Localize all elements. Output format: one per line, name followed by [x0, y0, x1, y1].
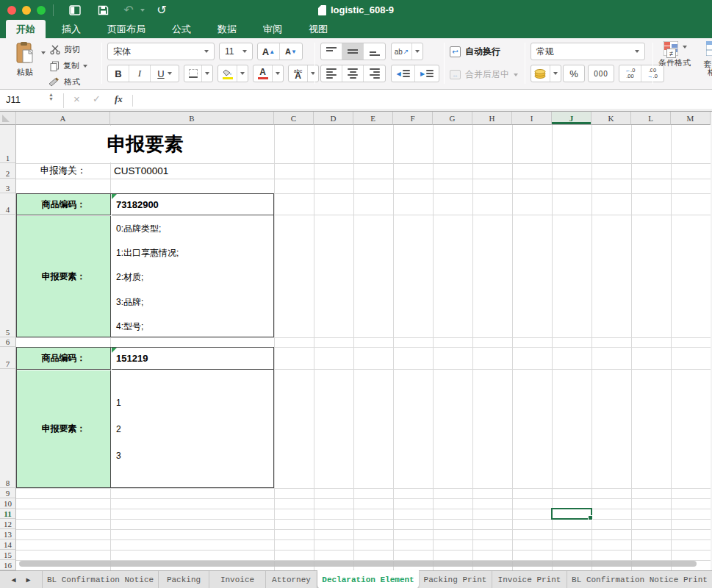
- ribbon-tab-insert[interactable]: 插入: [51, 20, 91, 38]
- name-box[interactable]: J11: [6, 94, 48, 105]
- phonetic-caret-icon[interactable]: [308, 65, 318, 82]
- name-box-spinner[interactable]: ▲▼: [48, 93, 54, 101]
- sheet-tab-declaration-element[interactable]: Declaration Element: [317, 570, 419, 588]
- sheet-title-cell[interactable]: 申报要素: [17, 126, 273, 162]
- next-sheet-icon[interactable]: ▶: [26, 576, 31, 584]
- font-color-button[interactable]: A: [253, 65, 273, 82]
- row-header-4[interactable]: 4: [0, 193, 16, 215]
- selected-cell-J11[interactable]: [551, 508, 592, 520]
- number-format-select[interactable]: 常规: [531, 43, 645, 60]
- orientation-caret-icon[interactable]: [412, 43, 422, 60]
- col-header-G[interactable]: G: [433, 112, 472, 125]
- ribbon-tab-formulas[interactable]: 公式: [162, 20, 201, 38]
- paste-caret-icon[interactable]: [41, 51, 46, 54]
- format-painter-button[interactable]: 格式: [48, 76, 80, 87]
- formula-input[interactable]: [140, 94, 706, 107]
- horizontal-scrollbar[interactable]: [19, 561, 697, 567]
- row-header-5[interactable]: 5: [0, 215, 16, 337]
- increase-indent-button[interactable]: ▶: [415, 65, 439, 82]
- align-center-button[interactable]: [342, 65, 364, 82]
- sheet-tab-packing-print[interactable]: Packing Print: [419, 571, 492, 588]
- ribbon-tab-home[interactable]: 开始: [6, 20, 46, 38]
- ribbon-tab-page-layout[interactable]: 页面布局: [97, 20, 156, 38]
- row-header-9[interactable]: 9: [0, 488, 16, 498]
- font-name-select[interactable]: 宋体: [107, 43, 215, 60]
- elements-value-cell-2[interactable]: 1 2 3: [112, 370, 273, 487]
- row-header-7[interactable]: 7: [0, 347, 16, 369]
- save-icon[interactable]: [93, 3, 112, 18]
- decrease-indent-button[interactable]: ◀: [392, 65, 415, 82]
- bold-button[interactable]: B: [108, 65, 129, 82]
- align-bottom-button[interactable]: [364, 43, 385, 60]
- row-header-11[interactable]: 11: [0, 509, 16, 519]
- sheet-tab-bl-confirmation-notice[interactable]: BL Confirmation Notice: [43, 571, 159, 588]
- row-header-13[interactable]: 13: [0, 529, 16, 539]
- customs-value-cell[interactable]: CUST00001: [111, 164, 273, 178]
- elements-label-cell-2[interactable]: 申报要素：: [17, 370, 111, 487]
- insert-function-icon[interactable]: fx: [115, 93, 123, 105]
- comma-style-button[interactable]: 000: [588, 65, 614, 82]
- paste-button[interactable]: 粘贴: [7, 41, 43, 78]
- col-header-C[interactable]: C: [274, 112, 314, 125]
- close-button[interactable]: [7, 6, 16, 15]
- col-header-M[interactable]: M: [671, 112, 711, 125]
- col-header-K[interactable]: K: [591, 112, 631, 125]
- borders-caret-icon[interactable]: [202, 65, 212, 82]
- row-header-16[interactable]: 16: [0, 560, 16, 570]
- code-label-cell-2[interactable]: 商品编码：: [17, 348, 111, 370]
- copy-caret-icon[interactable]: [83, 65, 87, 68]
- currency-button[interactable]: [531, 65, 550, 82]
- zoom-button[interactable]: [37, 6, 46, 15]
- elements-value-cell-1[interactable]: 0:品牌类型; 1:出口享惠情况; 2:材质; 3:品牌; 4:型号;: [112, 216, 273, 337]
- wrap-text-button[interactable]: ↩ 自动换行: [450, 46, 500, 58]
- redo-icon[interactable]: ↺: [152, 3, 171, 18]
- ribbon-tab-review[interactable]: 审阅: [253, 20, 292, 38]
- text-orientation-button[interactable]: ab↗: [392, 43, 412, 60]
- decrease-font-button[interactable]: A▼: [280, 43, 302, 60]
- phonetic-button[interactable]: abc A: [289, 65, 308, 82]
- prev-sheet-icon[interactable]: ◀: [11, 576, 15, 584]
- ribbon-tab-view[interactable]: 视图: [298, 20, 338, 38]
- font-size-select[interactable]: 11: [219, 43, 253, 60]
- code-value-cell-1[interactable]: 73182900: [112, 194, 273, 215]
- row-header-8[interactable]: 8: [0, 369, 16, 488]
- col-header-A[interactable]: A: [16, 112, 110, 125]
- col-header-E[interactable]: E: [353, 112, 393, 125]
- minimize-button[interactable]: [22, 6, 31, 15]
- cancel-icon[interactable]: ×: [73, 93, 80, 105]
- sheet-tab-invoice[interactable]: Invoice: [209, 571, 266, 588]
- fill-color-caret-icon[interactable]: [237, 65, 248, 82]
- col-header-B[interactable]: B: [110, 112, 274, 125]
- align-top-button[interactable]: [321, 43, 342, 60]
- borders-button[interactable]: [184, 65, 202, 82]
- col-header-J[interactable]: J: [552, 112, 591, 125]
- row-header-2[interactable]: 2: [0, 163, 16, 179]
- row-header-6[interactable]: 6: [0, 337, 16, 347]
- align-right-button[interactable]: [364, 65, 385, 82]
- fill-color-button[interactable]: [218, 65, 237, 82]
- row-header-1[interactable]: 1: [0, 125, 16, 163]
- undo-caret-icon[interactable]: [140, 9, 145, 12]
- cut-button[interactable]: 剪切: [50, 44, 80, 55]
- code-value-cell-2[interactable]: 151219: [112, 348, 273, 370]
- code-label-cell-1[interactable]: 商品编码：: [17, 194, 111, 215]
- sheet-tab-bl-confirmation-notice-print[interactable]: BL Confirmation Notice Print: [567, 571, 712, 588]
- row-header-12[interactable]: 12: [0, 519, 16, 529]
- currency-caret-icon[interactable]: [550, 65, 561, 82]
- col-header-L[interactable]: L: [631, 112, 671, 125]
- col-header-F[interactable]: F: [393, 112, 433, 125]
- row-header-14[interactable]: 14: [0, 539, 16, 550]
- increase-font-button[interactable]: A▲: [258, 43, 280, 60]
- col-header-I[interactable]: I: [512, 112, 552, 125]
- format-as-table-button[interactable]: 套用表 格式: [695, 41, 712, 76]
- select-all-corner[interactable]: [0, 112, 16, 125]
- col-header-D[interactable]: D: [314, 112, 353, 125]
- row-header-10[interactable]: 10: [0, 498, 16, 509]
- sheet-tab-attorney[interactable]: Attorney: [266, 571, 317, 588]
- align-left-button[interactable]: [321, 65, 342, 82]
- row-header-15[interactable]: 15: [0, 550, 16, 560]
- align-middle-button[interactable]: [342, 43, 364, 60]
- ribbon-tab-data[interactable]: 数据: [207, 20, 247, 38]
- increase-decimal-button[interactable]: ←.0.00: [619, 65, 641, 82]
- enter-icon[interactable]: ✓: [93, 93, 101, 104]
